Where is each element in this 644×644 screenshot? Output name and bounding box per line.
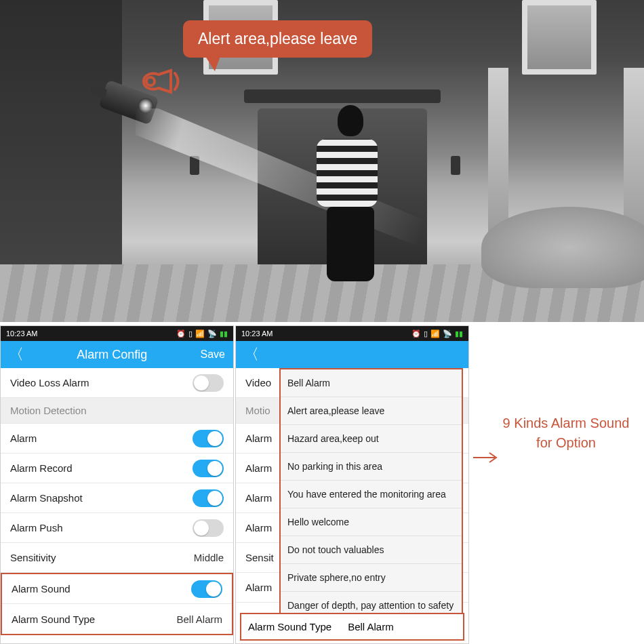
label-alarm-push: Alarm Push — [10, 522, 63, 534]
sound-option[interactable]: No parking in this area — [281, 453, 462, 481]
bg-label: Alarm — [245, 582, 272, 593]
status-time: 10:23 AM — [241, 329, 273, 338]
bg-label: Motio — [245, 405, 270, 416]
row-alarm-record[interactable]: Alarm Record — [1, 454, 233, 483]
battery-icon: ▮▮ — [455, 329, 463, 338]
label-alarm-record: Alarm Record — [10, 462, 73, 474]
sim-icon: ▯ — [188, 329, 193, 338]
speech-bubble: Alert area,please leave — [183, 20, 372, 58]
toggle-video-loss[interactable] — [193, 374, 224, 392]
caption-line1: 9 Kinds Alarm Sound — [503, 416, 630, 430]
value-sensitivity: Middle — [194, 552, 224, 563]
sim-icon: ▯ — [424, 329, 428, 338]
sound-options-menu: Bell Alarm Alert area,please leave Hazar… — [279, 368, 463, 620]
nav-bar: 〈 — [236, 341, 468, 368]
back-button[interactable]: 〈 — [9, 347, 24, 362]
nav-bar: 〈 Alarm Config Save — [1, 341, 233, 368]
phone-panel-1: 10:23 AM ⏰ ▯ 📶 📡 ▮▮ 〈 Alarm Config Save … — [0, 325, 234, 644]
status-bar: 10:23 AM ⏰ ▯ 📶 📡 ▮▮ — [236, 326, 468, 341]
row-sensitivity[interactable]: Sensitivity Middle — [1, 543, 233, 573]
row-alarm-push[interactable]: Alarm Push — [1, 513, 233, 543]
label-video-loss: Video Loss Alarm — [10, 377, 89, 388]
label-alarm-sound: Alarm Sound — [12, 583, 71, 595]
toggle-alarm-record[interactable] — [193, 460, 224, 477]
bg-label: Alarm — [245, 462, 272, 474]
toggle-alarm-snapshot[interactable] — [193, 489, 224, 507]
intruder-figure — [317, 105, 384, 281]
toggle-alarm[interactable] — [193, 430, 224, 447]
row-alarm-sound-type[interactable]: Alarm Sound Type Bell Alarm — [2, 604, 232, 634]
bg-label: Alarm — [245, 492, 272, 504]
caption-text: 9 Kinds Alarm Sound for Option — [495, 414, 637, 453]
row-alarm[interactable]: Alarm — [1, 424, 233, 454]
alarm-sound-highlight: Alarm Sound Alarm Sound Type Bell Alarm — [1, 573, 233, 635]
status-icons: ⏰ ▯ 📶 📡 ▮▮ — [176, 329, 228, 338]
sound-option[interactable]: Hazard area,keep out — [281, 425, 462, 453]
bg-label: Sensit — [245, 552, 274, 563]
signal-icon: 📶 — [195, 329, 205, 338]
toggle-alarm-sound[interactable] — [191, 580, 222, 598]
value-alarm-sound-type: Bell Alarm — [348, 621, 394, 632]
bg-label: Alarm — [245, 522, 272, 534]
row-video-loss[interactable]: Video Loss Alarm — [1, 368, 233, 398]
sound-option[interactable]: Hello welcome — [281, 508, 462, 536]
back-button[interactable]: 〈 — [244, 347, 259, 362]
alarm-icon: ⏰ — [411, 329, 421, 338]
label-sensitivity: Sensitivity — [10, 552, 56, 563]
label-motion-section: Motion Detection — [10, 405, 87, 416]
sound-option[interactable]: Bell Alarm — [281, 369, 462, 397]
alarm-icon: ⏰ — [176, 329, 186, 338]
label-alarm-snapshot: Alarm Snapshot — [10, 492, 83, 504]
settings-list: Video Loss Alarm Motion Detection Alarm … — [1, 368, 233, 643]
status-bar: 10:23 AM ⏰ ▯ 📶 📡 ▮▮ — [1, 326, 233, 341]
battery-icon: ▮▮ — [220, 329, 228, 338]
sound-option[interactable]: Do not touch valuables — [281, 536, 462, 564]
value-alarm-sound-type: Bell Alarm — [176, 613, 222, 625]
toggle-alarm-push[interactable] — [193, 519, 224, 537]
arrow-icon — [472, 451, 499, 464]
status-icons: ⏰ ▯ 📶 📡 ▮▮ — [411, 329, 463, 338]
bg-label: Alarm — [245, 432, 272, 444]
wifi-icon: 📡 — [207, 329, 217, 338]
signal-icon: 📶 — [430, 329, 440, 338]
svg-point-0 — [146, 77, 155, 85]
sound-option[interactable]: Private sphere,no entry — [281, 564, 462, 592]
row-alarm-sound[interactable]: Alarm Sound — [2, 574, 232, 604]
label-alarm: Alarm — [10, 432, 37, 444]
phone-panel-2: 10:23 AM ⏰ ▯ 📶 📡 ▮▮ 〈 Video Motio Alarm … — [235, 325, 469, 644]
sound-option[interactable]: Alert area,please leave — [281, 397, 462, 425]
section-motion: Motion Detection — [1, 398, 233, 424]
status-time: 10:23 AM — [6, 329, 37, 338]
selected-sound-row[interactable]: Alarm Sound Type Bell Alarm — [240, 613, 464, 641]
nav-title: Alarm Config — [24, 348, 201, 362]
speaker-icon — [138, 65, 182, 106]
save-button[interactable]: Save — [201, 348, 225, 361]
label-alarm-sound-type: Alarm Sound Type — [248, 621, 331, 632]
bg-label: Video — [245, 377, 271, 388]
label-alarm-sound-type: Alarm Sound Type — [12, 613, 95, 625]
wifi-icon: 📡 — [443, 329, 452, 338]
row-alarm-snapshot[interactable]: Alarm Snapshot — [1, 483, 233, 513]
bottom-panels: 10:23 AM ⏰ ▯ 📶 📡 ▮▮ 〈 Alarm Config Save … — [0, 323, 644, 644]
sound-option[interactable]: You have entered the monitoring area — [281, 481, 462, 508]
caption-line2: for Option — [536, 435, 596, 450]
speech-text: Alert area,please leave — [198, 30, 357, 47]
